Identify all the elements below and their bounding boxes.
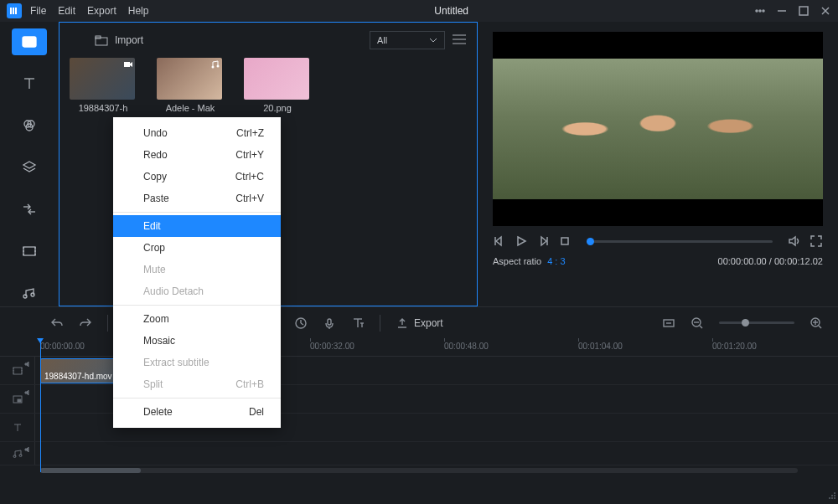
next-frame-icon[interactable] (536, 234, 550, 248)
fullscreen-icon[interactable] (810, 234, 823, 248)
speaker-icon[interactable] (24, 446, 31, 453)
speaker-icon[interactable] (24, 361, 31, 368)
svg-rect-7 (799, 7, 808, 15)
audio-badge-icon (210, 59, 220, 69)
export-label: Export (414, 317, 443, 329)
ruler-tick: 00:01:20.00 (712, 342, 757, 351)
svg-marker-31 (130, 62, 132, 67)
rail-text[interactable] (12, 70, 47, 97)
rail-elements[interactable] (12, 238, 47, 265)
context-menu-item-copy[interactable]: CopyCtrl+C (113, 166, 281, 188)
speaker-icon[interactable] (24, 389, 31, 396)
context-menu-item-mosaic[interactable]: Mosaic (113, 330, 281, 352)
svg-point-33 (217, 65, 220, 68)
preview-frame (493, 32, 823, 226)
svg-rect-2 (15, 8, 17, 14)
pip-icon (12, 393, 23, 405)
resize-grip[interactable] (826, 490, 836, 502)
export-button[interactable]: Export (396, 316, 443, 330)
track-head-pip[interactable] (0, 385, 35, 413)
context-menu-item-paste[interactable]: PasteCtrl+V (113, 188, 281, 209)
menu-export[interactable]: Export (87, 5, 116, 17)
svg-line-75 (819, 326, 821, 328)
zoom-out-button[interactable] (691, 316, 704, 330)
context-menu-item-edit[interactable]: Edit (113, 215, 281, 237)
zoom-in-button[interactable] (810, 316, 823, 330)
more-icon[interactable] (754, 5, 766, 17)
svg-rect-76 (13, 368, 22, 374)
horizontal-scrollbar[interactable] (0, 465, 838, 476)
context-menu-separator (113, 305, 281, 306)
svg-rect-0 (10, 8, 12, 14)
play-icon[interactable] (515, 234, 528, 248)
menu-help[interactable]: Help (128, 5, 149, 17)
ruler-tick: 00:00:00.00 (40, 342, 85, 351)
context-menu-item-undo[interactable]: UndoCtrl+Z (113, 122, 281, 144)
clip-name: 19884307-h (70, 103, 137, 113)
import-button[interactable]: Import (95, 34, 143, 46)
close-icon[interactable] (820, 5, 831, 17)
clip-thumbnail (70, 58, 135, 100)
menu-edit[interactable]: Edit (58, 5, 75, 17)
rail-media[interactable] (12, 28, 47, 55)
menu-file[interactable]: File (30, 5, 46, 17)
ruler-tick: 00:01:04.00 (578, 342, 623, 351)
svg-line-60 (301, 323, 303, 325)
context-menu-item-redo[interactable]: RedoCtrl+Y (113, 144, 281, 166)
svg-point-90 (829, 497, 830, 499)
track-head-video[interactable] (0, 357, 35, 384)
playhead[interactable] (40, 338, 41, 472)
volume-icon[interactable] (788, 234, 801, 248)
menubar: File Edit Export Help (30, 5, 148, 17)
aspect-ratio-value[interactable]: 4 : 3 (547, 256, 565, 266)
context-menu-item-delete[interactable]: DeleteDel (113, 401, 281, 423)
audio-track[interactable] (0, 442, 838, 465)
rail-transitions[interactable] (12, 196, 47, 223)
minimize-icon[interactable] (776, 5, 788, 17)
context-menu-item-mute: Mute (113, 259, 281, 280)
track-head-audio[interactable] (0, 442, 35, 465)
maximize-icon[interactable] (798, 5, 810, 17)
media-clip[interactable]: 19884307-h (70, 58, 137, 113)
clip-name: Adele - Mak (157, 103, 224, 113)
context-menu-separator (113, 212, 281, 213)
stop-icon[interactable] (558, 234, 572, 248)
context-menu-item-audio-detach: Audio Detach (113, 280, 281, 302)
media-clip[interactable]: Adele - Mak (157, 58, 224, 113)
track-head-text[interactable] (0, 414, 35, 441)
svg-marker-82 (25, 390, 28, 395)
music-icon (12, 448, 23, 460)
svg-marker-36 (518, 237, 525, 245)
progress-bar[interactable] (587, 240, 773, 243)
svg-marker-37 (541, 237, 546, 245)
ruler-tick: 00:00:32.00 (310, 342, 354, 351)
svg-rect-61 (328, 319, 331, 325)
rail-filters[interactable] (12, 112, 47, 139)
view-list-icon[interactable] (452, 33, 467, 48)
import-icon (95, 34, 108, 46)
redo-button[interactable] (79, 316, 92, 330)
timecode: 00:00:00.00 / 00:00:12.02 (718, 256, 823, 266)
undo-button[interactable] (50, 316, 64, 330)
left-rail (0, 22, 59, 306)
context-menu: UndoCtrl+ZRedoCtrl+YCopyCtrl+CPasteCtrl+… (113, 117, 281, 428)
filter-select[interactable]: All (370, 31, 445, 49)
media-clip[interactable]: 20.png (244, 58, 311, 113)
speed-button[interactable] (294, 316, 308, 330)
context-menu-item-zoom[interactable]: Zoom (113, 308, 281, 330)
context-menu-item-crop[interactable]: Crop (113, 237, 281, 259)
rail-audio[interactable] (12, 280, 47, 306)
audio-button[interactable] (323, 316, 336, 330)
svg-point-4 (759, 10, 761, 12)
prev-frame-icon[interactable] (493, 234, 506, 248)
aspect-ratio: Aspect ratio 4 : 3 (493, 256, 566, 266)
zoom-slider[interactable] (719, 321, 794, 324)
app-icon (7, 3, 22, 18)
filter-value: All (377, 35, 387, 45)
preview-image (493, 59, 823, 198)
rail-overlays[interactable] (12, 154, 47, 181)
zoom-fit-button[interactable] (662, 316, 675, 330)
svg-rect-39 (561, 238, 568, 244)
svg-point-5 (763, 10, 764, 12)
text-button[interactable] (351, 316, 365, 330)
